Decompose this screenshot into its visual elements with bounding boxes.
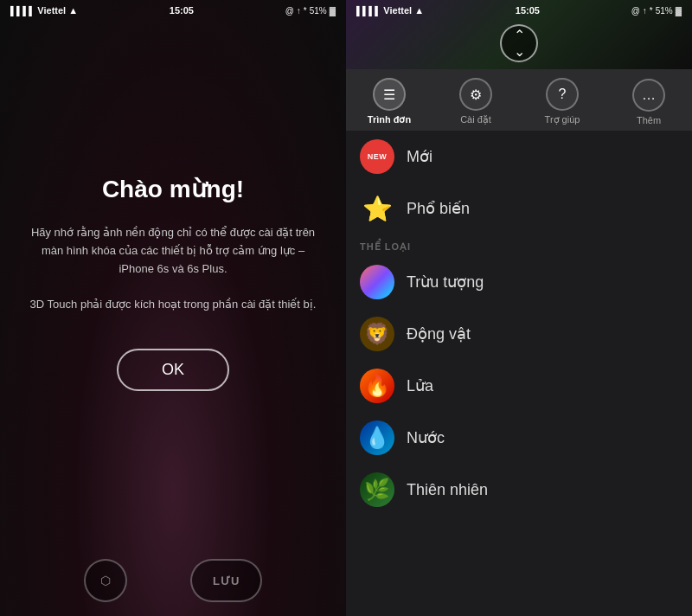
left-time: 15:05 [170,5,194,16]
left-battery: 51% [310,6,327,16]
left-arrow-icon: ↑ [297,6,301,16]
left-content: Chào mừng! Hãy nhớ rằng ảnh nền động chỉ… [0,21,346,545]
help-tab-label: Trợ giúp [545,114,580,125]
settings-tab-label: Cài đặt [460,114,491,125]
adjust-icon: ⬡ [100,574,111,587]
help-tab-icon: ? [546,78,579,111]
animals-icon: 🦁 [360,317,394,351]
abstract-label: Trừu tượng [407,273,484,292]
abstract-icon [360,265,394,299]
right-signal-icon: ▌▌▌▌ [356,6,381,16]
left-bottom-controls: ⬡ LƯU [0,545,346,616]
right-top-image: ▌▌▌▌ Viettel ▲ 15:05 @ ↑ * 51% ▓ ⌃⌄ [346,0,692,69]
right-arrow-icon: ↑ [643,6,647,16]
water-icon: 💧 [360,420,394,455]
collapse-icon: ⌃⌄ [514,27,525,60]
right-time: 15:05 [516,5,540,16]
left-bt-icon: * [304,6,307,16]
menu-item-nature[interactable]: 🌿 Thiên nhiên [346,464,692,516]
new-icon: NEW [360,139,394,174]
right-carrier: Viettel [383,5,412,16]
right-location-icon: @ [631,6,640,16]
menu-item-water[interactable]: 💧 Nước [346,412,692,464]
left-panel: ▌▌▌▌ Viettel ▲ 15:05 @ ↑ * 51% ▓ Chào mừ… [0,0,346,616]
right-panel: ▌▌▌▌ Viettel ▲ 15:05 @ ↑ * 51% ▓ ⌃⌄ ☰ Tr… [346,0,692,616]
right-carrier-info: ▌▌▌▌ Viettel ▲ [356,5,424,16]
nature-label: Thiên nhiên [407,481,488,499]
right-battery: 51% [656,6,673,16]
menu-tab-icon: ☰ [373,78,406,111]
nature-icon: 🌿 [360,472,394,507]
popular-label: Phổ biến [407,199,470,218]
left-status-bar: ▌▌▌▌ Viettel ▲ 15:05 @ ↑ * 51% ▓ [0,0,346,21]
welcome-body-1: Hãy nhớ rằng ảnh nền động chỉ có thể đượ… [26,224,320,278]
left-carrier-info: ▌▌▌▌ Viettel ▲ [10,5,78,16]
water-label: Nước [407,428,445,447]
nav-tabs: ☰ Trình đơn ⚙ Cài đặt ? Trợ giúp … Thêm [346,69,692,131]
menu-tab-label: Trình đơn [368,114,411,125]
left-location-icon: @ [285,6,294,16]
left-signal-icon: ▌▌▌▌ [10,6,35,16]
menu-item-popular[interactable]: ⭐ Phổ biến [346,183,692,234]
menu-item-animals[interactable]: 🦁 Động vật [346,308,692,360]
popular-icon: ⭐ [360,191,394,226]
new-badge: NEW [363,151,392,163]
fire-label: Lửa [407,376,433,395]
left-carrier: Viettel [37,5,66,16]
collapse-button[interactable]: ⌃⌄ [500,24,538,62]
menu-list: NEW Mới ⭐ Phổ biến THỂ LOẠI Trừu tượng 🦁… [346,131,692,616]
welcome-body-2: 3D Touch phải được kích hoạt trong phần … [30,296,317,314]
section-label-categories: THỂ LOẠI [346,234,692,256]
tab-more[interactable]: … Thêm [618,79,679,125]
right-bt-icon: * [650,6,653,16]
menu-item-fire[interactable]: 🔥 Lửa [346,360,692,412]
menu-item-new[interactable]: NEW Mới [346,131,692,183]
tab-help[interactable]: ? Trợ giúp [532,78,593,125]
left-wifi-icon: ▲ [68,5,78,16]
right-battery-icon: ▓ [676,6,682,16]
more-tab-icon: … [632,79,665,112]
save-button[interactable]: LƯU [190,559,262,602]
welcome-title: Chào mừng! [102,175,244,203]
right-status-icons: @ ↑ * 51% ▓ [631,6,682,16]
right-wifi-icon: ▲ [414,5,424,16]
left-status-icons: @ ↑ * 51% ▓ [285,6,336,16]
tab-menu[interactable]: ☰ Trình đơn [359,78,420,125]
animals-label: Động vật [407,324,471,343]
ok-button[interactable]: OK [117,349,229,391]
adjust-button[interactable]: ⬡ [84,559,127,602]
fire-icon: 🔥 [360,369,394,403]
menu-item-abstract[interactable]: Trừu tượng [346,256,692,308]
new-label: Mới [407,147,432,166]
right-status-bar: ▌▌▌▌ Viettel ▲ 15:05 @ ↑ * 51% ▓ [346,0,692,21]
settings-tab-icon: ⚙ [459,78,492,111]
left-battery-icon: ▓ [330,6,336,16]
tab-settings[interactable]: ⚙ Cài đặt [445,78,506,125]
more-tab-label: Thêm [637,115,661,125]
